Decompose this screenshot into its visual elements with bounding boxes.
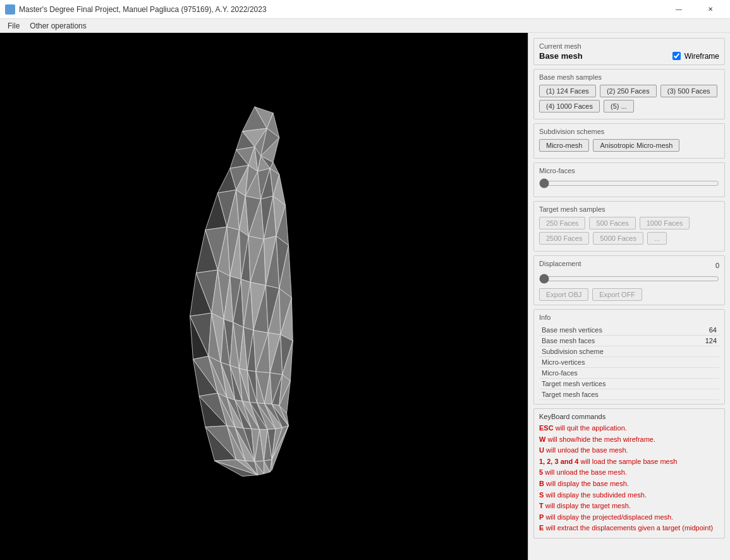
target-mesh-btn-500[interactable]: 500 Faces: [589, 217, 635, 229]
info-section: Info Base mesh vertices64Base mesh faces…: [533, 309, 725, 405]
info-row: Micro-faces: [539, 368, 719, 379]
target-mesh-samples-label: Target mesh samples: [539, 205, 719, 213]
info-row-key: Base mesh faces: [539, 336, 638, 346]
info-tbody: Base mesh vertices64Base mesh faces124Su…: [539, 325, 719, 400]
current-mesh-label: Current mesh: [539, 42, 719, 50]
current-mesh-header: Base mesh Wireframe: [539, 51, 719, 61]
kb-command: B will display the base mesh.: [539, 478, 719, 490]
info-row: Base mesh faces124: [539, 336, 719, 346]
kb-command: 1, 2, 3 and 4 will load the sample base …: [539, 456, 719, 468]
kb-command: E will extract the displacements given a…: [539, 523, 719, 534]
right-panel: Current mesh Base mesh Wireframe Base me…: [528, 33, 730, 560]
target-mesh-samples-section: Target mesh samples 250 Faces 500 Faces …: [533, 201, 725, 252]
subdivision-schemes-section: Subdivision schemes Micro-mesh Anisotrop…: [533, 123, 725, 159]
kb-text: will quit the application.: [554, 424, 627, 432]
displacement-slider[interactable]: [539, 274, 719, 284]
kb-text: will display the target mesh.: [544, 502, 631, 509]
kb-text: will display the base mesh.: [544, 480, 629, 487]
kb-text: will show/hide the mesh wireframe.: [545, 435, 655, 443]
kb-key: B: [539, 480, 544, 487]
microfaces-slider-container: [539, 178, 719, 190]
kb-command: S will display the subdivided mesh.: [539, 490, 719, 501]
kb-key: T: [539, 502, 544, 509]
base-mesh-btn-2[interactable]: (2) 250 Faces: [600, 85, 657, 97]
base-mesh-btn-4[interactable]: (4) 1000 Faces: [539, 100, 600, 113]
mesh-svg: [0, 33, 528, 560]
export-buttons: Export OBJ Export OFF: [539, 288, 719, 301]
base-mesh-buttons-row2: (4) 1000 Faces (5) ...: [539, 100, 719, 113]
target-mesh-btn-2500[interactable]: 2500 Faces: [539, 232, 589, 245]
microfaces-section: Micro-faces: [533, 162, 725, 197]
info-label: Info: [539, 313, 719, 321]
close-button[interactable]: ✕: [696, 0, 725, 19]
export-obj-btn[interactable]: Export OBJ: [539, 288, 588, 301]
info-row: Target mesh faces: [539, 389, 719, 400]
info-row: Subdivision scheme: [539, 346, 719, 357]
displacement-slider-container: [539, 274, 719, 286]
info-row-key: Target mesh vertices: [539, 379, 638, 389]
window-controls: — ✕: [664, 0, 725, 19]
info-row-key: Subdivision scheme: [539, 346, 638, 357]
menu-bar: File Other operations: [0, 19, 730, 33]
menu-file[interactable]: File: [3, 20, 25, 32]
displacement-row: Displacement 0: [539, 260, 719, 271]
kb-command: T will display the target mesh.: [539, 501, 719, 512]
base-mesh-btn-1[interactable]: (1) 124 Faces: [539, 85, 596, 97]
main-content: Current mesh Base mesh Wireframe Base me…: [0, 33, 730, 560]
info-row-value: 64: [638, 325, 719, 336]
kb-command: 5 will unload the base mesh.: [539, 467, 719, 478]
wireframe-checkbox[interactable]: [672, 52, 681, 60]
info-row-key: Micro-vertices: [539, 357, 638, 368]
info-row-value: [638, 379, 719, 389]
base-mesh-btn-5[interactable]: (5) ...: [604, 100, 634, 113]
menu-other-operations[interactable]: Other operations: [25, 20, 91, 32]
anisotropic-micromesh-btn[interactable]: Anisotropic Micro-mesh: [593, 139, 679, 152]
base-mesh-btn-3[interactable]: (3) 500 Faces: [660, 85, 717, 97]
base-mesh-buttons-row1: (1) 124 Faces (2) 250 Faces (3) 500 Face…: [539, 85, 719, 97]
kb-text: will extract the displacements given a t…: [544, 524, 713, 532]
target-mesh-btn-250[interactable]: 250 Faces: [539, 217, 585, 229]
title-text: Master's Degree Final Project, Manuel Pa…: [19, 5, 267, 14]
target-mesh-row1: 250 Faces 500 Faces 1000 Faces: [539, 217, 719, 229]
keyboard-commands: ESC will quit the application.W will sho…: [539, 423, 719, 534]
kb-key: U: [539, 446, 544, 454]
kb-key: 1, 2, 3 and 4: [539, 458, 578, 465]
info-row: Base mesh vertices64: [539, 325, 719, 336]
info-row-value: [638, 368, 719, 379]
title-bar: Master's Degree Final Project, Manuel Pa…: [0, 0, 730, 19]
app-icon: [5, 4, 15, 15]
target-mesh-row2: 2500 Faces 5000 Faces ...: [539, 232, 719, 245]
displacement-label: Displacement: [539, 260, 581, 267]
subdivision-schemes-label: Subdivision schemes: [539, 128, 719, 135]
kb-command: P will display the projected/displaced m…: [539, 512, 719, 523]
export-off-btn[interactable]: Export OFF: [592, 288, 642, 301]
microfaces-label: Micro-faces: [539, 167, 719, 174]
kb-text: will unload the base mesh.: [543, 468, 627, 476]
keyboard-title: KeyBoard commands: [539, 413, 719, 420]
info-table: Base mesh vertices64Base mesh faces124Su…: [539, 325, 719, 400]
title-bar-left: Master's Degree Final Project, Manuel Pa…: [5, 4, 267, 15]
kb-key: W: [539, 435, 545, 443]
displacement-value: 0: [715, 262, 719, 269]
info-row-value: [638, 357, 719, 368]
wireframe-label[interactable]: Wireframe: [684, 52, 719, 61]
micromesh-btn[interactable]: Micro-mesh: [539, 139, 589, 152]
info-row-key: Target mesh faces: [539, 389, 638, 400]
target-mesh-btn-5000[interactable]: 5000 Faces: [593, 232, 643, 245]
target-mesh-btn-more[interactable]: ...: [647, 232, 667, 245]
microfaces-slider[interactable]: [539, 178, 719, 188]
displacement-section: Displacement 0 Export OBJ Export OFF: [533, 255, 725, 305]
kb-command: ESC will quit the application.: [539, 423, 719, 434]
info-row: Target mesh vertices: [539, 379, 719, 389]
viewport[interactable]: [0, 33, 528, 560]
target-mesh-btn-1000[interactable]: 1000 Faces: [640, 217, 690, 229]
current-mesh-value: Base mesh: [539, 51, 583, 61]
wireframe-row: Wireframe: [672, 52, 719, 61]
info-row-key: Micro-faces: [539, 368, 638, 379]
info-row-value: 124: [638, 336, 719, 346]
minimize-button[interactable]: —: [664, 0, 693, 19]
kb-command: W will show/hide the mesh wireframe.: [539, 434, 719, 446]
current-mesh-section: Current mesh Base mesh Wireframe: [533, 38, 725, 65]
base-mesh-samples-section: Base mesh samples (1) 124 Faces (2) 250 …: [533, 69, 725, 119]
kb-text: will display the subdivided mesh.: [544, 491, 647, 499]
